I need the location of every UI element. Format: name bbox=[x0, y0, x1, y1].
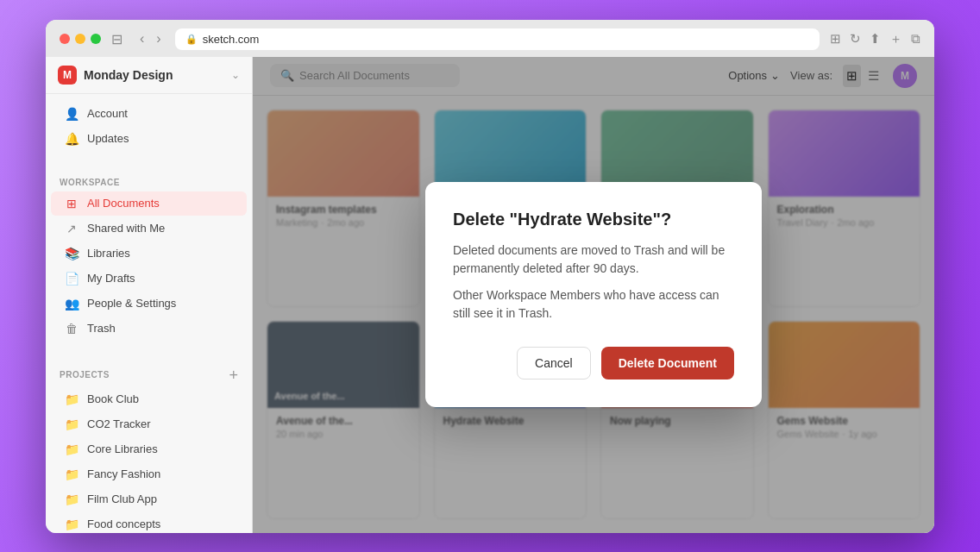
trash-icon: 🗑 bbox=[65, 322, 79, 336]
updates-label: Updates bbox=[87, 132, 129, 145]
tabs-button[interactable]: ⧉ bbox=[911, 31, 920, 47]
nav-forward-button[interactable]: › bbox=[153, 29, 164, 48]
delete-dialog: Delete "Hydrate Website"? Deleted docume… bbox=[425, 182, 762, 407]
sidebar-item-trash[interactable]: 🗑 Trash bbox=[51, 317, 247, 341]
sidebar-item-my-drafts[interactable]: 📄 My Drafts bbox=[51, 267, 247, 291]
trash-label: Trash bbox=[87, 322, 116, 335]
folder-icon: 📁 bbox=[65, 392, 79, 406]
co2-tracker-label: CO2 Tracker bbox=[87, 417, 151, 430]
browser-nav: ‹ › bbox=[136, 29, 165, 48]
libraries-label: Libraries bbox=[87, 247, 130, 260]
folder-icon: 📁 bbox=[65, 442, 79, 456]
traffic-lights bbox=[60, 34, 101, 44]
book-club-label: Book Club bbox=[87, 392, 139, 405]
sidebar-item-people-settings[interactable]: 👥 People & Settings bbox=[51, 292, 247, 316]
dialog-note: Other Workspace Members who have access … bbox=[453, 286, 734, 323]
account-label: Account bbox=[87, 107, 128, 120]
film-club-label: Film Club App bbox=[87, 492, 157, 505]
projects-section-label: PROJECTS + bbox=[46, 362, 252, 386]
drafts-icon: 📄 bbox=[65, 272, 79, 285]
people-settings-label: People & Settings bbox=[87, 297, 176, 310]
dialog-actions: Cancel Delete Document bbox=[453, 347, 734, 380]
sidebar-item-film-club[interactable]: 📁 Film Club App bbox=[51, 487, 247, 511]
chevron-down-icon: ⌄ bbox=[231, 69, 240, 81]
library-icon: 📚 bbox=[65, 247, 79, 260]
cancel-button[interactable]: Cancel bbox=[517, 347, 591, 380]
workspace-name-label: Monday Design bbox=[84, 68, 173, 82]
delete-document-button[interactable]: Delete Document bbox=[601, 347, 734, 380]
account-section: 👤 Account 🔔 Updates bbox=[46, 94, 252, 159]
url-text: sketch.com bbox=[203, 33, 260, 46]
sidebar-item-all-documents[interactable]: ⊞ All Documents bbox=[51, 191, 247, 216]
translate-button[interactable]: ⊞ bbox=[830, 31, 841, 47]
main-content: 🔍 Search All Documents Options ⌄ View as… bbox=[253, 57, 934, 533]
shared-label: Shared with Me bbox=[87, 222, 165, 235]
sidebar-toggle-button[interactable]: ⊟ bbox=[111, 31, 122, 47]
workspace-section-label: WORKSPACE bbox=[46, 172, 252, 191]
minimize-button[interactable] bbox=[75, 34, 85, 44]
workspace-icon: M bbox=[58, 66, 77, 85]
new-tab-button[interactable]: ＋ bbox=[889, 31, 902, 47]
bell-icon: 🔔 bbox=[65, 132, 79, 146]
nav-back-button[interactable]: ‹ bbox=[136, 29, 148, 48]
folder-icon: 📁 bbox=[65, 518, 79, 531]
sidebar-item-food-concepts[interactable]: 📁 Food concepts bbox=[51, 512, 247, 533]
lock-icon: 🔒 bbox=[185, 34, 198, 45]
people-icon: 👥 bbox=[65, 297, 79, 310]
sidebar-item-libraries[interactable]: 📚 Libraries bbox=[51, 242, 247, 266]
browser-actions: ⊞ ↻ ⬆ ＋ ⧉ bbox=[830, 31, 920, 47]
sidebar-item-updates[interactable]: 🔔 Updates bbox=[51, 127, 247, 151]
dialog-title: Delete "Hydrate Website"? bbox=[453, 210, 734, 229]
sidebar-header: M Monday Design ⌄ bbox=[46, 57, 252, 94]
sidebar-item-account[interactable]: 👤 Account bbox=[51, 102, 247, 126]
modal-overlay: Delete "Hydrate Website"? Deleted docume… bbox=[253, 57, 934, 533]
all-documents-label: All Documents bbox=[87, 197, 160, 210]
address-bar[interactable]: 🔒 sketch.com bbox=[175, 28, 820, 50]
sidebar: M Monday Design ⌄ 👤 Account 🔔 Updates bbox=[46, 57, 253, 533]
fancy-fashion-label: Fancy Fashion bbox=[87, 467, 160, 480]
dialog-body: Deleted documents are moved to Trash and… bbox=[453, 242, 734, 278]
browser-chrome: ⊟ ‹ › 🔒 sketch.com ⊞ ↻ ⬆ ＋ ⧉ bbox=[46, 20, 934, 57]
grid-icon: ⊞ bbox=[65, 197, 79, 210]
share-button[interactable]: ⬆ bbox=[870, 31, 881, 47]
close-button[interactable] bbox=[60, 34, 70, 44]
sidebar-item-shared[interactable]: ↗ Shared with Me bbox=[51, 216, 247, 241]
person-icon: 👤 bbox=[65, 107, 79, 121]
folder-icon: 📁 bbox=[65, 417, 79, 431]
share-icon: ↗ bbox=[65, 222, 79, 235]
folder-icon: 📁 bbox=[65, 467, 79, 481]
folder-icon: 📁 bbox=[65, 492, 79, 506]
sidebar-item-fancy-fashion[interactable]: 📁 Fancy Fashion bbox=[51, 462, 247, 486]
reload-button[interactable]: ↻ bbox=[850, 31, 861, 47]
maximize-button[interactable] bbox=[91, 34, 101, 44]
add-project-button[interactable]: + bbox=[229, 367, 238, 383]
food-concepts-label: Food concepts bbox=[87, 518, 160, 530]
app-content: M Monday Design ⌄ 👤 Account 🔔 Updates bbox=[46, 57, 934, 533]
workspace-name[interactable]: M Monday Design bbox=[58, 66, 173, 85]
sidebar-item-core-libraries[interactable]: 📁 Core Libraries bbox=[51, 437, 247, 461]
projects-section: PROJECTS + 📁 Book Club 📁 CO2 Tracker 📁 C… bbox=[46, 355, 252, 533]
sidebar-item-book-club[interactable]: 📁 Book Club bbox=[51, 387, 247, 411]
sidebar-item-co2-tracker[interactable]: 📁 CO2 Tracker bbox=[51, 412, 247, 436]
core-libraries-label: Core Libraries bbox=[87, 442, 158, 455]
my-drafts-label: My Drafts bbox=[87, 272, 135, 285]
workspace-section: WORKSPACE ⊞ All Documents ↗ Shared with … bbox=[46, 166, 252, 348]
